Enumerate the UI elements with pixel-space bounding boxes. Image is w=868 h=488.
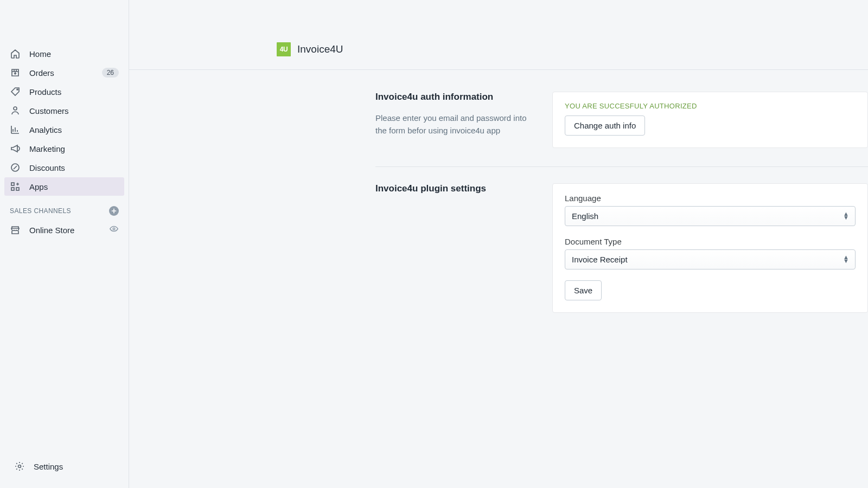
language-label: Language [565,194,856,203]
orders-icon [10,67,21,78]
svg-rect-5 [16,188,19,190]
nav-label: Analytics [29,125,119,134]
nav-label: Marketing [29,144,119,153]
nav-settings[interactable]: Settings [9,457,120,476]
analytics-icon [10,124,21,135]
marketing-icon [10,143,21,154]
svg-point-7 [18,465,21,468]
auth-section-title: Invoice4u auth information [375,92,536,102]
nav-label: Home [29,49,119,59]
home-icon [10,48,21,59]
primary-nav: Home Orders 26 Products Customers [0,44,129,196]
doctype-select[interactable]: Invoice Receipt [565,249,856,269]
discounts-icon [10,162,21,173]
auth-section: Invoice4u auth information Please enter … [375,92,868,167]
app-logo: 4U [277,42,291,56]
auth-section-description: Please enter you email and password into… [375,112,536,137]
sales-channels-header: SALES CHANNELS [0,196,129,220]
eye-icon[interactable] [109,224,119,236]
svg-point-1 [14,107,17,110]
sidebar: Home Orders 26 Products Customers [0,0,129,488]
nav-marketing[interactable]: Marketing [4,139,124,158]
nav-orders[interactable]: Orders 26 [4,63,124,82]
svg-point-0 [17,89,18,90]
apps-icon [10,181,21,192]
channels-nav: Online Store [0,220,129,240]
customers-icon [10,105,21,116]
nav-label: Online Store [29,226,109,235]
sales-channels-label: SALES CHANNELS [10,207,71,215]
settings-card: Language English ▲▼ Document Type I [552,183,868,313]
svg-rect-3 [11,183,14,185]
nav-label: Apps [29,182,119,191]
nav-label: Discounts [29,163,119,172]
main-content: 4U Invoice4U Invoice4u auth information … [129,0,868,488]
auth-status-text: YOU ARE SUCCESFULY AUTHORIZED [565,102,856,110]
save-button[interactable]: Save [565,280,602,300]
nav-label: Customers [29,106,119,115]
nav-discounts[interactable]: Discounts [4,158,124,177]
orders-badge: 26 [102,68,119,78]
products-icon [10,86,21,97]
nav-online-store[interactable]: Online Store [4,220,124,240]
app-title: Invoice4U [297,43,343,55]
auth-card: YOU ARE SUCCESFULY AUTHORIZED Change aut… [552,92,868,148]
nav-customers[interactable]: Customers [4,101,124,120]
nav-apps[interactable]: Apps [4,177,124,196]
nav-label: Products [29,87,119,97]
gear-icon [14,461,25,472]
page-header: 4U Invoice4U [129,0,868,70]
nav-label: Settings [34,462,114,471]
doctype-label: Document Type [565,237,856,246]
store-icon [10,224,21,235]
nav-home[interactable]: Home [4,44,124,63]
svg-point-6 [113,228,115,230]
nav-label: Orders [29,68,102,78]
nav-analytics[interactable]: Analytics [4,120,124,139]
change-auth-button[interactable]: Change auth info [565,115,645,136]
language-select[interactable]: English [565,206,856,226]
svg-rect-4 [11,188,14,190]
settings-section-title: Invoice4u plugin settings [375,183,536,194]
add-channel-icon[interactable] [109,206,119,216]
plugin-settings-section: Invoice4u plugin settings Language Engli… [375,183,868,331]
nav-products[interactable]: Products [4,82,124,101]
